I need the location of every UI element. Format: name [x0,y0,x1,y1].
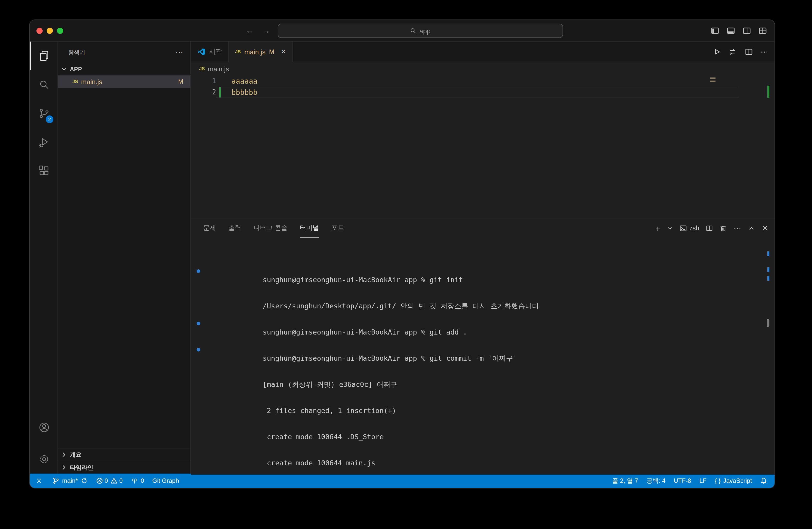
terminal-instance-zsh[interactable]: zsh [680,225,699,232]
customize-layout-icon[interactable] [759,27,767,35]
file-item-mainjs[interactable]: JS main.js M [58,75,190,88]
activitybar-run-debug[interactable] [30,128,57,157]
git-graph-status[interactable]: Git Graph [148,474,183,488]
minimize-window-button[interactable] [47,27,53,34]
terminal-output[interactable]: sunghun@gimseonghun-ui-MacBookAir app % … [191,238,774,475]
terminal-line: create mode 100644 .DS_Store [204,424,774,432]
overview-command-mark [767,267,769,272]
terminal-text: [main (최상위-커밋) e36ac0c] 어쩌구 [263,380,397,388]
screen: ← → app [0,0,812,529]
command-decoration-icon[interactable] [197,348,200,351]
command-decoration-icon[interactable] [197,322,200,325]
git-modified-badge: M [178,78,183,85]
activitybar-explorer[interactable] [30,42,57,70]
terminal-profile-dropdown-icon[interactable] [667,225,673,231]
toggle-panel-icon[interactable] [727,27,735,35]
line-number: 2 [191,87,216,98]
files-icon [38,50,50,62]
activitybar-search[interactable] [30,70,57,99]
ports-status[interactable]: 0 [127,474,148,488]
js-file-icon: JS [199,66,205,71]
navigate-back-button[interactable]: ← [245,20,254,42]
cursor-position-status[interactable]: 줄 2, 열 7 [608,474,642,488]
terminal-text: create mode 100644 main.js [263,459,375,467]
terminal-line: /Users/sunghun/Desktop/app/.git/ 안의 빈 깃 … [204,293,774,302]
code-text: bbbbbb [231,88,257,97]
split-editor-icon[interactable] [745,48,753,56]
vscode-logo-icon [197,48,205,56]
panel-tab-problems[interactable]: 문제 [203,219,216,238]
terminal-actions: + zsh [655,219,768,238]
run-file-icon[interactable] [713,48,721,56]
file-name: main.js [81,78,102,85]
overview-command-mark [767,251,769,256]
problems-status[interactable]: 0 0 [92,474,127,488]
kill-terminal-trash-icon[interactable] [720,225,727,232]
main-row: 2 [30,42,774,474]
close-window-button[interactable] [37,27,43,34]
code-text: aaaaaa [231,77,257,85]
status-bar: main* 0 0 [30,474,774,488]
panel-tab-output[interactable]: 출력 [228,219,241,238]
panel-tab-ports[interactable]: 포트 [331,219,344,238]
breadcrumb[interactable]: JS main.js [191,62,774,75]
code-line-2: 2 bbbbbb [191,87,774,98]
toggle-primary-sidebar-icon[interactable] [711,27,719,35]
close-panel-icon[interactable]: ✕ [762,224,768,233]
panel-more-actions-icon[interactable]: ⋯ [734,224,741,233]
remote-indicator[interactable] [30,474,48,488]
eol: LF [699,477,707,484]
command-decoration-icon[interactable] [197,269,200,273]
sidebar-header: 탐색기 ⋯ [58,42,190,63]
remote-icon [35,477,43,484]
activitybar-extensions[interactable] [30,157,57,185]
panel-tab-terminal[interactable]: 터미널 [300,219,319,238]
navigate-forward-button[interactable]: → [262,20,271,42]
editor-more-actions-icon[interactable]: ⋯ [761,47,768,56]
terminal-line: sunghun@gimseonghun-ui-MacBookAir app % … [204,319,774,328]
terminal-text: sunghun@gimseonghun-ui-MacBookAir app % … [263,276,463,284]
panel-tab-debug-console[interactable]: 디버그 콘솔 [253,219,287,238]
code-editor[interactable]: 1 aaaaaa 2 bbbbbb [191,75,774,219]
timeline-label: 타임라인 [70,464,93,471]
activitybar-source-control[interactable]: 2 [30,99,57,128]
language-label: JavaScript [723,477,752,484]
maximize-panel-icon[interactable] [748,225,755,232]
line-number: 1 [191,75,216,87]
vscode-window: ← → app [29,19,775,488]
open-changes-icon[interactable] [729,48,737,56]
explorer-sidebar: 탐색기 ⋯ APP JS main.js M [58,42,191,474]
activitybar-accounts[interactable] [30,413,57,442]
outline-section[interactable]: 개요 [58,448,190,461]
overview-prompt-mark [767,319,769,327]
close-tab-icon[interactable]: ✕ [281,48,286,55]
terminal-line: [main (최상위-커밋) e36ac0c] 어쩌구 [204,371,774,380]
tab-welcome[interactable]: 시작 [191,42,229,62]
editor-actions: ⋯ [713,42,768,62]
overview-command-mark [767,276,769,281]
split-terminal-icon[interactable] [706,225,713,232]
encoding-status[interactable]: UTF-8 [670,474,695,488]
toggle-secondary-sidebar-icon[interactable] [743,27,751,35]
language-mode-status[interactable]: { } JavaScript [711,474,756,488]
account-icon [38,421,50,434]
explorer-section-app[interactable]: APP [58,63,190,75]
gear-icon [38,453,50,465]
zoom-window-button[interactable] [57,27,63,34]
minimap-line-mark [710,80,715,82]
activitybar-settings[interactable] [30,445,57,474]
search-value: app [419,27,430,35]
git-graph-label: Git Graph [153,477,179,484]
chevron-right-icon [60,451,68,459]
indentation-status[interactable]: 공백: 4 [642,474,670,488]
timeline-section[interactable]: 타임라인 [58,461,190,474]
explorer-more-actions-icon[interactable]: ⋯ [176,48,183,57]
new-terminal-icon[interactable]: + [655,224,660,233]
chevron-down-icon [60,65,68,73]
notifications-status[interactable] [756,474,771,488]
branch-status[interactable]: main* [48,474,92,488]
tab-mainjs[interactable]: JS main.js M ✕ [229,42,293,62]
editor-group: 시작 JS main.js M ✕ [191,42,774,474]
eol-status[interactable]: LF [695,474,711,488]
command-center-search[interactable]: app [278,24,563,38]
